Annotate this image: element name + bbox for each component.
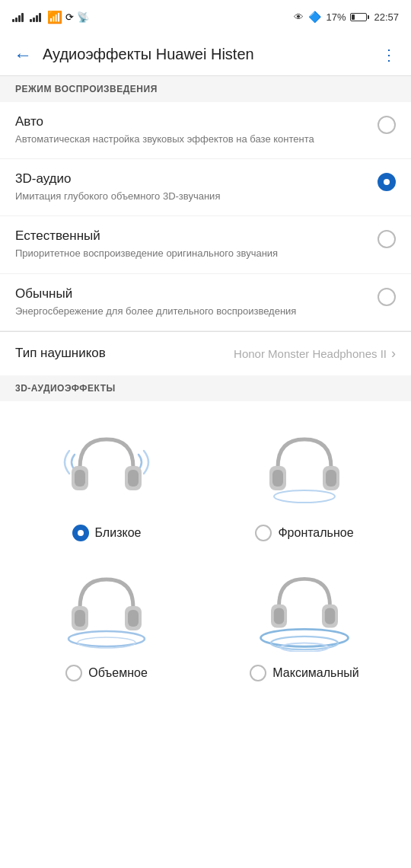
signal-icon-1	[12, 11, 24, 22]
status-bar: 📶 ⟳ 📡 👁 🔷 17% 22:57	[0, 0, 411, 34]
option-natural-title: Естественный	[15, 228, 368, 244]
effect-max-visual	[244, 564, 365, 656]
battery-percent: 17%	[326, 11, 346, 23]
menu-button[interactable]: ⋮	[371, 38, 405, 72]
option-3d-audio-title: 3D-аудио	[15, 171, 368, 187]
svg-point-9	[68, 631, 145, 646]
chevron-right-icon: ›	[391, 346, 396, 362]
eye-icon: 👁	[294, 11, 304, 23]
option-3d-audio[interactable]: 3D-аудио Имитация глубокого объемного 3D…	[0, 159, 411, 216]
svg-rect-19	[274, 608, 284, 624]
option-auto-text: Авто Автоматическая настройка звуковых э…	[15, 114, 368, 146]
option-auto-desc: Автоматическая настройка звуковых эффект…	[15, 132, 368, 146]
effect-surround-label: Объемное	[88, 666, 148, 680]
headphone-effects-grid: Близкое Фронтальное	[0, 401, 411, 704]
effect-surround-radio[interactable]	[65, 665, 82, 681]
option-normal-text: Обычный Энергосбережение для более длите…	[15, 286, 368, 318]
wifi-icon: 📶	[47, 10, 62, 24]
more-options-icon: ⋮	[381, 46, 396, 64]
svg-rect-12	[75, 610, 85, 627]
effect-close-cell[interactable]: Близкое	[8, 416, 206, 557]
app-header: ← Аудиоэффекты Huawei Histen ⋮	[0, 34, 411, 76]
audio-effects-header: 3D-АУДИОЭФФЕКТЫ	[0, 375, 411, 401]
svg-point-15	[261, 629, 349, 646]
nfc-icon: ⟳	[65, 11, 74, 23]
effect-frontal-radio[interactable]	[255, 525, 272, 541]
option-auto-title: Авто	[15, 114, 368, 129]
option-auto-radio[interactable]	[378, 116, 396, 134]
status-left: 📶 ⟳ 📡	[12, 10, 89, 24]
effect-frontal-label: Фронтальное	[278, 526, 353, 540]
page-title: Аудиоэффекты Huawei Histen	[40, 46, 371, 63]
back-arrow-icon: ←	[14, 44, 32, 65]
effect-close-radio-row: Близкое	[72, 525, 142, 541]
headphone-type-row[interactable]: Тип наушников Honor Monster Headphones I…	[0, 331, 411, 375]
clock: 22:57	[374, 11, 399, 23]
option-3d-audio-radio[interactable]	[378, 173, 396, 191]
option-natural-text: Естественный Приоритетное воспроизведени…	[15, 228, 368, 260]
effect-max-radio-row: Максимальный	[250, 665, 358, 681]
option-natural[interactable]: Естественный Приоритетное воспроизведени…	[0, 216, 411, 273]
option-normal[interactable]: Обычный Энергосбережение для более длите…	[0, 274, 411, 331]
headphone-type-label: Тип наушников	[15, 346, 234, 361]
effect-surround-visual	[46, 564, 167, 656]
bluetooth-icon: 🔷	[308, 11, 321, 23]
effect-surround-cell[interactable]: Объемное	[8, 557, 206, 697]
effect-max-cell[interactable]: Максимальный	[206, 557, 403, 697]
battery-icon	[350, 13, 369, 21]
option-auto[interactable]: Авто Автоматическая настройка звуковых э…	[0, 102, 411, 159]
status-right: 👁 🔷 17% 22:57	[294, 11, 399, 23]
back-button[interactable]: ←	[6, 38, 40, 72]
headphone-type-value: Honor Monster Headphones II	[234, 347, 387, 360]
effect-close-label: Близкое	[95, 526, 142, 540]
option-normal-title: Обычный	[15, 286, 368, 302]
option-3d-audio-desc: Имитация глубокого объемного 3D-звучания	[15, 190, 368, 203]
signal-icon-2	[30, 11, 41, 22]
svg-rect-21	[325, 608, 335, 624]
effect-close-radio[interactable]	[72, 525, 89, 541]
broadcast-icon: 📡	[77, 11, 89, 23]
option-normal-desc: Энергосбережение для более длительного в…	[15, 305, 368, 318]
playback-mode-header: РЕЖИМ ВОСПРОИЗВЕДЕНИЯ	[0, 76, 411, 102]
option-3d-audio-text: 3D-аудио Имитация глубокого объемного 3D…	[15, 171, 368, 203]
svg-point-4	[274, 490, 335, 503]
effect-surround-radio-row: Объемное	[65, 665, 148, 681]
effect-frontal-radio-row: Фронтальное	[255, 525, 353, 541]
effect-frontal-cell[interactable]: Фронтальное	[206, 416, 403, 557]
svg-rect-1	[75, 470, 85, 487]
svg-rect-14	[128, 610, 139, 627]
effect-frontal-visual	[244, 424, 365, 515]
svg-rect-8	[326, 470, 336, 487]
effect-close-visual	[46, 424, 167, 515]
option-natural-radio[interactable]	[378, 230, 396, 248]
effect-max-radio[interactable]	[250, 665, 266, 681]
option-natural-desc: Приоритетное воспроизведение оригинально…	[15, 247, 368, 260]
svg-rect-3	[128, 470, 139, 487]
option-normal-radio[interactable]	[378, 288, 396, 306]
svg-rect-6	[272, 470, 283, 487]
effect-max-label: Максимальный	[272, 666, 358, 680]
